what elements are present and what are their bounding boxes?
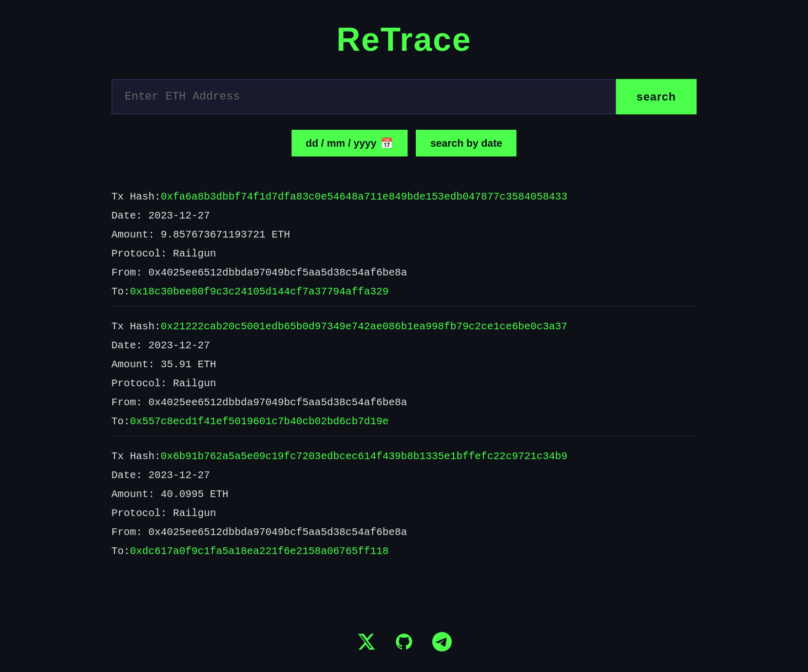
- tx-amount: Amount: 9.857673671193721 ETH: [111, 225, 290, 244]
- tx-amount-line: Amount: 35.91 ETH: [111, 355, 697, 374]
- tx-protocol-line: Protocol: Railgun: [111, 504, 697, 523]
- tx-from: From: 0x4025ee6512dbbda97049bcf5aa5d38c5…: [111, 263, 407, 282]
- tx-to-value[interactable]: 0xdc617a0f9c1fa5a18ea221f6e2158a06765ff1…: [130, 542, 389, 561]
- tx-hash-label: Tx Hash:: [111, 317, 161, 336]
- tx-from-line: From: 0x4025ee6512dbbda97049bcf5aa5d38c5…: [111, 523, 697, 542]
- transaction-block: Tx Hash: 0xfa6a8b3dbbf74f1d7dfa83c0e5464…: [111, 182, 697, 307]
- tx-to-line: To: 0xdc617a0f9c1fa5a18ea221f6e2158a0676…: [111, 542, 697, 561]
- transaction-block: Tx Hash: 0x21222cab20c5001edb65b0d97349e…: [111, 312, 697, 437]
- footer: [0, 617, 808, 672]
- tx-to-label: To:: [111, 542, 130, 561]
- tx-amount: Amount: 35.91 ETH: [111, 355, 216, 374]
- tx-protocol: Protocol: Railgun: [111, 504, 216, 523]
- tx-protocol-line: Protocol: Railgun: [111, 374, 697, 393]
- tx-hash-value[interactable]: 0x21222cab20c5001edb65b0d97349e742ae086b…: [161, 317, 567, 336]
- tx-hash-value[interactable]: 0x6b91b762a5a5e09c19fc7203edbcec614f439b…: [161, 447, 567, 466]
- date-filter-row: dd / mm / yyyy 📅 search by date: [292, 130, 517, 156]
- search-button[interactable]: search: [616, 79, 697, 114]
- transactions-list: Tx Hash: 0xfa6a8b3dbbf74f1d7dfa83c0e5464…: [111, 182, 697, 566]
- tx-from-line: From: 0x4025ee6512dbbda97049bcf5aa5d38c5…: [111, 393, 697, 412]
- tx-protocol: Protocol: Railgun: [111, 374, 216, 393]
- tx-to-line: To: 0x18c30bee80f9c3c24105d144cf7a37794a…: [111, 282, 697, 301]
- tx-protocol: Protocol: Railgun: [111, 244, 216, 263]
- tx-hash-label: Tx Hash:: [111, 447, 161, 466]
- twitter-link[interactable]: [356, 632, 376, 651]
- tx-from: From: 0x4025ee6512dbbda97049bcf5aa5d38c5…: [111, 523, 407, 542]
- telegram-link[interactable]: [432, 632, 452, 651]
- tx-hash-line: Tx Hash: 0xfa6a8b3dbbf74f1d7dfa83c0e5464…: [111, 187, 697, 206]
- tx-to-line: To: 0x557c8ecd1f41ef5019601c7b40cb02bd6c…: [111, 412, 697, 431]
- tx-amount-line: Amount: 40.0995 ETH: [111, 485, 697, 504]
- tx-date-line: Date: 2023-12-27: [111, 466, 697, 485]
- search-by-date-button[interactable]: search by date: [416, 130, 516, 156]
- tx-hash-line: Tx Hash: 0x6b91b762a5a5e09c19fc7203edbce…: [111, 447, 697, 466]
- tx-to-value[interactable]: 0x557c8ecd1f41ef5019601c7b40cb02bd6cb7d1…: [130, 412, 389, 431]
- tx-protocol-line: Protocol: Railgun: [111, 244, 697, 263]
- tx-amount-line: Amount: 9.857673671193721 ETH: [111, 225, 697, 244]
- search-row: search: [111, 79, 697, 114]
- tx-date: Date: 2023-12-27: [111, 466, 210, 485]
- tx-date-line: Date: 2023-12-27: [111, 336, 697, 355]
- date-input-button[interactable]: dd / mm / yyyy 📅: [292, 130, 408, 156]
- date-placeholder-text: dd / mm / yyyy: [306, 137, 377, 149]
- tx-to-value[interactable]: 0x18c30bee80f9c3c24105d144cf7a37794affa3…: [130, 282, 389, 301]
- tx-date-line: Date: 2023-12-27: [111, 206, 697, 225]
- github-link[interactable]: [394, 632, 414, 651]
- tx-from: From: 0x4025ee6512dbbda97049bcf5aa5d38c5…: [111, 393, 407, 412]
- tx-from-line: From: 0x4025ee6512dbbda97049bcf5aa5d38c5…: [111, 263, 697, 282]
- tx-hash-value[interactable]: 0xfa6a8b3dbbf74f1d7dfa83c0e54648a711e849…: [161, 187, 567, 206]
- eth-address-input[interactable]: [111, 79, 616, 114]
- tx-hash-label: Tx Hash:: [111, 187, 161, 206]
- transaction-block: Tx Hash: 0x6b91b762a5a5e09c19fc7203edbce…: [111, 442, 697, 566]
- calendar-icon: 📅: [380, 137, 393, 149]
- tx-to-label: To:: [111, 282, 130, 301]
- app-title: ReTrace: [336, 21, 471, 58]
- tx-date: Date: 2023-12-27: [111, 336, 210, 355]
- tx-amount: Amount: 40.0995 ETH: [111, 485, 228, 504]
- tx-hash-line: Tx Hash: 0x21222cab20c5001edb65b0d97349e…: [111, 317, 697, 336]
- tx-date: Date: 2023-12-27: [111, 206, 210, 225]
- tx-to-label: To:: [111, 412, 130, 431]
